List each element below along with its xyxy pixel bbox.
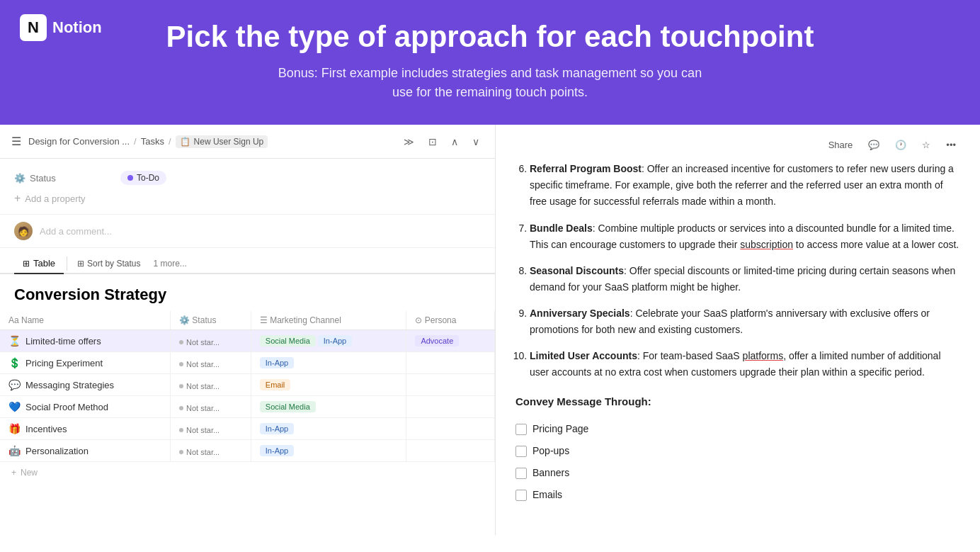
row-emoji: 💙 [8, 401, 21, 412]
underline-link: subscription [740, 239, 793, 250]
hero-subtitle: Bonus: First example includes strategies… [28, 64, 952, 102]
col-status: ⚙️ Status [171, 311, 251, 330]
add-property-button[interactable]: + Add a property [14, 188, 481, 208]
star-icon-button[interactable]: ☆ [918, 137, 935, 152]
cell-name: 🎁 Incentives [0, 418, 171, 440]
table-row[interactable]: 🎁 Incentives Not star... In-App [0, 418, 495, 440]
list-item-bold: Seasonal Discounts [530, 265, 624, 276]
table-row[interactable]: 🤖 Personalization Not star... In-App [0, 440, 495, 462]
checkbox-label: Pop-ups [532, 443, 569, 459]
comment-input[interactable]: Add a comment... [40, 226, 112, 237]
table-icon: ⊞ [23, 259, 30, 269]
cell-name: 💙 Social Proof Method [0, 396, 171, 418]
row-name: Personalization [25, 446, 89, 456]
more-options-button[interactable]: ••• [942, 137, 960, 152]
toggle-left-icon[interactable]: ≫ [399, 134, 418, 150]
more-options[interactable]: 1 more... [147, 255, 192, 272]
plus-icon-new: + [11, 468, 16, 478]
status-dot [127, 175, 133, 181]
cell-status: Not star... [171, 330, 251, 352]
checkbox[interactable] [515, 468, 527, 479]
row-name: Messaging Strategies [25, 380, 114, 390]
list-item-bold: Anniversary Specials [530, 308, 630, 319]
list-item-bold: Referral Program Boost [530, 163, 642, 174]
status-icon: ⚙️ [14, 173, 25, 184]
breadcrumb-sep-1: / [134, 136, 137, 147]
logo: N Notion [20, 14, 102, 41]
breadcrumb-page[interactable]: 📋 New User Sign Up [176, 135, 268, 148]
cell-channels: In-App [251, 440, 406, 462]
checkbox[interactable] [515, 424, 527, 435]
row-emoji: 💲 [8, 357, 21, 368]
share-button[interactable]: Share [824, 137, 858, 152]
toolbar-separator [67, 257, 67, 271]
list-item-text: : Combine multiple products or services … [530, 223, 959, 250]
status-text: Not star... [186, 404, 220, 412]
cell-persona [406, 440, 495, 462]
list-item: Seasonal Discounts: Offer special discou… [530, 263, 960, 295]
comment-icon-button[interactable]: 💬 [864, 137, 884, 152]
cell-persona [406, 396, 495, 418]
add-property-label: Add a property [25, 193, 85, 204]
tab-table[interactable]: ⊞ Table [14, 254, 64, 274]
list-item: Referral Program Boost: Offer an increas… [530, 161, 960, 210]
table-row[interactable]: 💲 Pricing Experiment Not star... In-App [0, 352, 495, 374]
table-row[interactable]: 💙 Social Proof Method Not star... Social… [0, 396, 495, 418]
breadcrumb-bar: ☰ Design for Conversion ... / Tasks / 📋 … [0, 125, 495, 159]
table-section: Conversion Strategy Aa Name ⚙️ Status ☰ … [0, 274, 495, 535]
status-label: Status [30, 173, 56, 184]
checkbox-item[interactable]: Emails [515, 487, 960, 503]
checkbox-item[interactable]: Pop-ups [515, 443, 960, 459]
channel-tag: Social Media [260, 335, 316, 347]
col-channel: ☰ Marketing Channel [251, 311, 406, 330]
channel-tag: In-App [260, 423, 294, 434]
convey-title: Convey Message Through: [515, 393, 960, 411]
nav-up-icon[interactable]: ∧ [447, 134, 462, 150]
checkbox[interactable] [515, 490, 527, 501]
list-item: Limited User Accounts: For team-based Sa… [530, 348, 960, 381]
status-value: To-Do [137, 173, 159, 183]
nav-down-icon[interactable]: ∨ [468, 134, 484, 150]
list-item-bold: Bundle Deals [530, 223, 593, 234]
list-item: Bundle Deals: Combine multiple products … [530, 220, 960, 253]
status-dot-small [179, 362, 183, 366]
col-persona: ⊙ Persona [406, 311, 495, 330]
add-new-row[interactable]: + New [0, 462, 495, 483]
breadcrumb-tasks[interactable]: Tasks [141, 136, 164, 147]
status-text: Not star... [186, 448, 220, 456]
cell-persona [406, 374, 495, 396]
history-icon-button[interactable]: 🕐 [891, 137, 911, 152]
cell-persona [406, 352, 495, 374]
checkbox[interactable] [515, 446, 527, 457]
row-name: Incentives [25, 424, 67, 434]
cell-persona [406, 418, 495, 440]
cell-name: 🤖 Personalization [0, 440, 171, 462]
row-name: Social Proof Method [25, 402, 108, 412]
cell-channels: Social Media [251, 396, 406, 418]
status-badge[interactable]: To-Do [120, 171, 166, 185]
new-row-label: New [21, 468, 38, 478]
table-row[interactable]: 💬 Messaging Strategies Not star... Email [0, 374, 495, 396]
channel-tag: In-App [260, 357, 294, 368]
cell-status: Not star... [171, 352, 251, 374]
cell-channels: In-App [251, 418, 406, 440]
status-dot-small [179, 340, 183, 344]
status-property-label: ⚙️ Status [14, 173, 113, 184]
sort-by-status-button[interactable]: ⊞ Sort by Status [70, 255, 147, 272]
list-item-bold: Limited User Accounts [530, 350, 637, 361]
sort-icon: ⊞ [77, 259, 84, 269]
checkbox-item[interactable]: Pricing Page [515, 421, 960, 437]
table-row[interactable]: ⏳ Limited-time offers Not star... Social… [0, 330, 495, 352]
row-emoji: 💬 [8, 379, 21, 390]
channel-tag: Email [260, 379, 291, 390]
notion-logo-icon: N [20, 14, 47, 41]
status-text: Not star... [186, 360, 220, 368]
checkbox-item[interactable]: Banners [515, 465, 960, 481]
tab-table-label: Table [33, 258, 55, 269]
cell-channels: Social MediaIn-App [251, 330, 406, 352]
menu-icon[interactable]: ☰ [11, 135, 21, 148]
breadcrumb-design[interactable]: Design for Conversion ... [28, 136, 130, 147]
toggle-view-icon[interactable]: ⊡ [424, 134, 441, 150]
cell-status: Not star... [171, 440, 251, 462]
hero-title: Pick the type of approach for each touch… [28, 20, 952, 54]
